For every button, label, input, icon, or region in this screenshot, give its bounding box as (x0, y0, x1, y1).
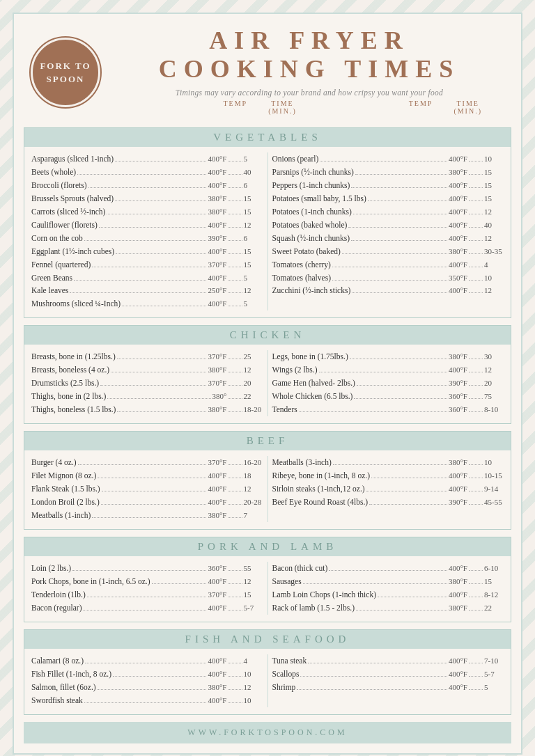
food-time: 18 (244, 469, 263, 482)
column-divider (268, 152, 268, 311)
food-name: Sweet Potato (baked) (272, 245, 341, 258)
table-row: London Broil (2 lbs.)400°F20-28 (31, 496, 263, 509)
food-temp: 400°F (449, 482, 467, 495)
dot-leader-2 (469, 161, 483, 162)
food-column: Calamari (8 oz.)400°F4Fish Fillet (1-inc… (31, 654, 263, 707)
food-name: Meatballs (3-inch) (272, 456, 332, 469)
table-row: Whole Chicken (6.5 lbs.)360°F75 (272, 390, 504, 403)
food-name: Wings (2 lbs.) (272, 363, 318, 377)
food-column: Loin (2 lbs.)360°F55Pork Chops, bone in … (31, 562, 263, 615)
dot-leader-2 (228, 174, 242, 175)
dot-leader (329, 570, 447, 571)
food-time: 12 (484, 284, 504, 297)
table-row: Carrots (sliced ½-inch)380°F15 (31, 205, 263, 219)
dot-leader (100, 385, 206, 386)
section-title: VEGETABLES (24, 132, 511, 143)
food-time: 12 (484, 232, 504, 244)
table-row: Salmon, fillet (6oz.)380°F12 (31, 681, 263, 694)
food-name: Pork Chops, bone in (1-inch, 6.5 oz.) (31, 575, 150, 588)
section-pork-and-lamb: PORK AND LAMBLoin (2 lbs.)360°F55Pork Ch… (24, 537, 511, 622)
food-name: Beets (whole) (31, 166, 76, 179)
food-temp: 400°F (449, 363, 467, 376)
page-container: FORK TO SPOON AIR FRYER COOKING TIMES Ti… (13, 13, 522, 755)
food-column: Bacon (thick cut)400°F6-10Sausages380°F1… (272, 562, 504, 615)
food-name: Thighs, boneless (1.5 lbs.) (31, 403, 116, 416)
food-temp: 400°F (208, 245, 226, 258)
food-name: Onions (pearl) (272, 152, 319, 166)
dot-leader (115, 161, 206, 162)
section-header: VEGETABLES (24, 128, 511, 147)
food-temp: 380°F (208, 363, 226, 376)
dot-leader (152, 583, 207, 584)
dot-leader (85, 663, 206, 663)
food-time: 12 (244, 284, 263, 297)
header: FORK TO SPOON AIR FRYER COOKING TIMES Ti… (14, 14, 521, 127)
food-name: Tuna steak (272, 654, 307, 668)
section-title: FISH AND SEAFOOD (24, 633, 511, 645)
dot-leader (348, 227, 447, 228)
dot-leader (116, 253, 206, 254)
food-name: Breasts, bone in (1.25lbs.) (31, 350, 116, 363)
logo: FORK TO SPOON (31, 38, 100, 107)
food-temp: 380°F (449, 350, 467, 363)
section-beef: BEEFBurger (4 oz.)370°F16-20Filet Mignon… (24, 431, 511, 530)
food-name: Calamari (8 oz.) (31, 654, 84, 668)
food-name: Sirloin steaks (1-inch,12 oz.) (272, 482, 365, 496)
food-time: 20-28 (244, 496, 263, 508)
dot-leader-2 (469, 240, 483, 241)
section-header: CHICKEN (24, 326, 511, 345)
dot-leader-2 (469, 280, 483, 281)
food-name: Burger (4 oz.) (31, 456, 77, 469)
table-row: Lamb Loin Chops (1-inch thick)400°F8-12 (272, 588, 504, 601)
dot-leader (78, 464, 207, 465)
table-row: Squash (½-inch chunks)400°F12 (272, 232, 504, 245)
dot-leader-2 (228, 702, 242, 703)
food-temp: 390°F (449, 496, 467, 508)
food-name: Mushrooms (sliced ¼-Inch) (31, 297, 121, 310)
table-row: Peppers (1-inch chunks)400°F15 (272, 179, 504, 192)
food-time: 10 (484, 271, 504, 284)
food-temp: 400°F (449, 284, 467, 297)
section-body: Calamari (8 oz.)400°F4Fish Fillet (1-inc… (24, 649, 511, 714)
table-row: Shrimp400°F5 (272, 681, 504, 694)
food-temp: 370°F (208, 350, 226, 363)
food-name: Parsnips (½-inch chunks) (272, 166, 354, 179)
dot-leader-2 (228, 663, 242, 663)
dot-leader (113, 676, 206, 677)
food-time: 30-35 (484, 245, 504, 258)
food-name: Meatballs (1-inch) (31, 509, 91, 522)
food-temp: 400°F (449, 152, 467, 165)
dot-leader-2 (469, 464, 483, 465)
section-title: CHICKEN (24, 329, 511, 341)
table-row: Green Beans400°F5 (31, 271, 263, 285)
table-row: Flank Steak (1.5 lbs.)400°F12 (31, 482, 263, 496)
column-divider (268, 350, 268, 416)
food-name: Fennel (quartered) (31, 258, 91, 271)
dot-leader (297, 689, 447, 690)
table-row: Rack of lamb (1.5 - 2lbs.)380°F22 (272, 601, 504, 615)
section-fish-and-seafood: FISH AND SEAFOODCalamari (8 oz.)400°F4Fi… (24, 629, 511, 715)
food-temp: 400°F (449, 192, 467, 205)
dot-leader-2 (228, 161, 242, 162)
section-body: Burger (4 oz.)370°F16-20Filet Mignon (8 … (24, 450, 511, 529)
dot-leader (368, 200, 447, 201)
dot-leader (102, 491, 207, 491)
table-row: Drumsticks (2.5 lbs.)370°F20 (31, 377, 263, 390)
food-name: Drumsticks (2.5 lbs.) (31, 377, 99, 390)
dot-leader (332, 280, 447, 281)
table-row: Calamari (8 oz.)400°F4 (31, 654, 263, 668)
food-name: Kale leaves (31, 284, 68, 297)
column-divider (268, 654, 268, 707)
dot-leader (115, 200, 206, 201)
food-temp: 400°F (208, 654, 226, 667)
dot-leader-2 (469, 504, 483, 505)
dot-leader-2 (228, 214, 242, 214)
food-name: Lamb Loin Chops (1-inch thick) (272, 588, 376, 601)
dot-leader-2 (469, 583, 483, 584)
dot-leader-2 (228, 583, 242, 584)
dot-leader-2 (228, 187, 242, 188)
food-time: 10-15 (484, 469, 504, 482)
food-time: 15 (244, 258, 263, 271)
food-time: 12 (484, 205, 504, 218)
table-row: Zucchini (½-inch sticks)400°F12 (272, 284, 504, 297)
